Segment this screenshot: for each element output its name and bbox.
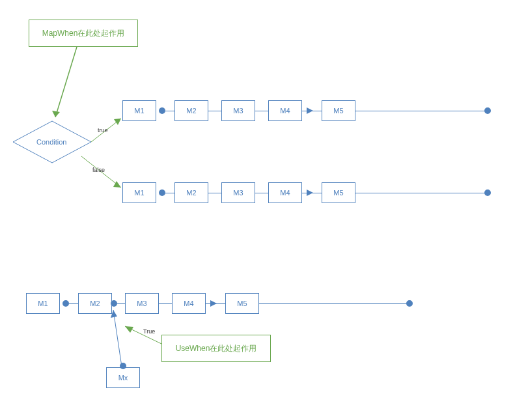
mid-conn-m2-m3 xyxy=(208,193,221,193)
top-m3: M3 xyxy=(221,100,255,121)
mid-dot-end xyxy=(484,189,491,196)
bot-m2-label: M2 xyxy=(90,300,100,307)
top-conn-m5-end xyxy=(355,111,486,111)
arrow-usewhen-to-branch-head xyxy=(125,326,133,333)
bot-conn-m4-m5 xyxy=(206,303,225,304)
branch-mx-label: Mx xyxy=(118,374,128,382)
arrow-mapwhen-to-condition-head xyxy=(52,111,60,117)
bot-conn-m1-m2 xyxy=(69,303,78,304)
bot-m3-label: M3 xyxy=(137,300,146,307)
bot-dot-after-m2 xyxy=(111,300,117,307)
branch-mx: Mx xyxy=(106,367,140,388)
top-m1: M1 xyxy=(122,100,156,121)
top-dot-after-m1 xyxy=(159,107,165,114)
mid-m3: M3 xyxy=(221,182,255,203)
top-conn-m3-m4 xyxy=(255,111,268,111)
mid-m3-label: M3 xyxy=(233,189,243,197)
top-m2: M2 xyxy=(174,100,208,121)
bot-conn-m3-m4 xyxy=(159,303,172,304)
mid-m1: M1 xyxy=(122,182,156,203)
bot-dot-after-m1 xyxy=(62,300,69,307)
arrow-condition-true-head xyxy=(114,119,121,125)
bot-m5-label: M5 xyxy=(237,300,247,307)
top-m5: M5 xyxy=(322,100,355,121)
callout-usewhen-label: UseWhen在此处起作用 xyxy=(176,343,257,354)
edge-label-true2: True xyxy=(143,328,155,335)
mid-m1-label: M1 xyxy=(134,189,144,197)
bot-conn-m2-m3 xyxy=(117,303,125,304)
bot-dot-end xyxy=(406,300,413,307)
bot-conn-m5-end xyxy=(259,303,408,304)
mid-m4: M4 xyxy=(268,182,302,203)
mid-conn-m1-m2 xyxy=(165,193,174,193)
top-conn-m2-m3 xyxy=(208,111,221,111)
bot-m4: M4 xyxy=(172,293,206,314)
top-dot-end xyxy=(484,107,491,114)
bot-m3: M3 xyxy=(125,293,159,314)
callout-mapwhen: MapWhen在此处起作用 xyxy=(29,20,138,47)
top-m3-label: M3 xyxy=(233,107,243,115)
mid-dot-after-m1 xyxy=(159,189,165,196)
callout-mapwhen-label: MapWhen在此处起作用 xyxy=(42,28,125,39)
top-m5-label: M5 xyxy=(333,107,343,115)
mid-m5-label: M5 xyxy=(333,189,343,197)
top-conn-m1-m2 xyxy=(165,111,174,111)
top-m1-label: M1 xyxy=(134,107,144,115)
mid-conn-m3-m4 xyxy=(255,193,268,193)
edge-label-false: false xyxy=(92,167,105,173)
top-m2-label: M2 xyxy=(186,107,196,115)
bot-m1-label: M1 xyxy=(38,300,48,307)
condition-label: Condition xyxy=(36,138,66,146)
top-m4: M4 xyxy=(268,100,302,121)
callout-usewhen: UseWhen在此处起作用 xyxy=(161,335,271,362)
edge-label-true: true xyxy=(98,127,108,133)
top-conn-m4-m5 xyxy=(302,111,322,111)
arrow-condition-false-head xyxy=(113,181,121,188)
bot-m5: M5 xyxy=(225,293,259,314)
mid-m2-label: M2 xyxy=(186,189,196,197)
mid-conn-m5-end xyxy=(355,193,486,193)
line-mx-to-junction xyxy=(113,310,122,367)
bot-m2: M2 xyxy=(78,293,112,314)
bot-m4-label: M4 xyxy=(184,300,193,307)
mid-conn-m4-m5 xyxy=(302,193,322,193)
top-m4-label: M4 xyxy=(280,107,290,115)
mid-m2: M2 xyxy=(174,182,208,203)
mid-m4-label: M4 xyxy=(280,189,290,197)
arrow-mapwhen-to-condition xyxy=(55,47,77,117)
mid-m5: M5 xyxy=(322,182,355,203)
branch-mx-dot xyxy=(120,363,126,369)
bot-m1: M1 xyxy=(26,293,60,314)
